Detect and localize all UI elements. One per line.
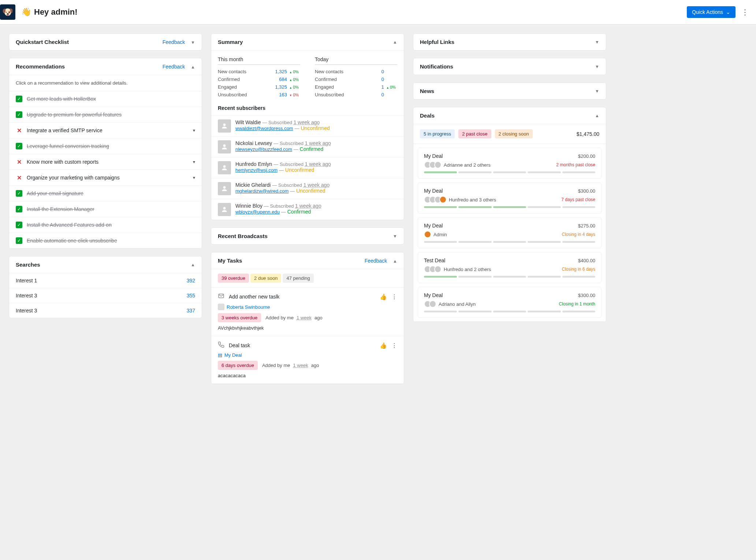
tasks-duesoon-badge[interactable]: 2 due soon bbox=[250, 274, 281, 283]
collapse-icon[interactable]: ▼ bbox=[595, 89, 599, 94]
task-content: acacacacaca bbox=[218, 373, 397, 378]
time-ago: 1 week ago bbox=[303, 182, 330, 188]
check-icon: ✓ bbox=[16, 143, 22, 149]
quick-actions-button[interactable]: Quick Actions ⌄ bbox=[687, 6, 735, 18]
deals-inprogress-badge[interactable]: 5 in progress bbox=[420, 129, 455, 138]
collapse-icon[interactable]: ▲ bbox=[595, 113, 599, 118]
search-count: 337 bbox=[187, 308, 195, 314]
deal-item[interactable]: My Deal$275.00AdminClosing in 4 days bbox=[418, 217, 602, 248]
app-logo[interactable]: 🐶 bbox=[0, 4, 15, 20]
check-icon: ✓ bbox=[16, 111, 22, 118]
task-link[interactable]: Roberta Swinbourne bbox=[227, 304, 270, 310]
recommendation-item[interactable]: ✕Integrate a verified SMTP service▾ bbox=[9, 123, 202, 138]
progress-segment bbox=[424, 206, 457, 208]
recommendation-item[interactable]: ✓Get more leads with HollerBox bbox=[9, 91, 202, 107]
progress-segment bbox=[493, 206, 526, 208]
tasks-overdue-badge[interactable]: 39 overdue bbox=[218, 274, 249, 283]
recommendation-item[interactable]: ✕Know more with custom reports▾ bbox=[9, 154, 202, 170]
recommendations-feedback-link[interactable]: Feedback bbox=[163, 64, 185, 70]
search-count: 355 bbox=[187, 293, 195, 298]
kebab-menu-icon[interactable]: ⋮ bbox=[391, 293, 397, 300]
deal-item[interactable]: Test Deal$400.00Hunfredo and 2 othersClo… bbox=[418, 252, 602, 283]
subscriber-item[interactable]: Hunfredo Emlyn — Subscribed 1 week agohe… bbox=[211, 157, 404, 178]
summary-value: 0 bbox=[371, 69, 384, 74]
added-by: Added by me bbox=[262, 363, 290, 368]
deal-contacts: Hunfredo and 3 others bbox=[449, 197, 496, 203]
deal-contacts: Hunfredo and 2 others bbox=[444, 267, 491, 272]
greeting: 👋 Hey admin! bbox=[21, 7, 78, 17]
thumb-up-icon[interactable]: 👍 bbox=[380, 342, 387, 349]
svg-point-2 bbox=[223, 165, 226, 168]
progress-segment bbox=[493, 311, 526, 312]
deal-item[interactable]: My Deal$300.00Hunfredo and 3 others7 day… bbox=[418, 182, 602, 214]
task-link[interactable]: My Deal bbox=[224, 352, 242, 358]
tasks-feedback-link[interactable]: Feedback bbox=[365, 258, 387, 264]
deal-avatars bbox=[424, 266, 442, 273]
svg-point-4 bbox=[223, 207, 226, 209]
deal-item[interactable]: My Deal$200.00Adrianne and 2 others2 mon… bbox=[418, 148, 602, 179]
recommendation-item[interactable]: ✓Add your email signature bbox=[9, 186, 202, 201]
search-row[interactable]: Interest 3337 bbox=[9, 303, 202, 318]
check-icon: ✓ bbox=[16, 222, 22, 228]
subscriber-name: Hunfredo Emlyn bbox=[235, 161, 272, 167]
deal-contacts: Adriano and Allyn bbox=[439, 301, 476, 307]
recommendation-label: Install the Extension Manager bbox=[27, 206, 94, 212]
recommendation-item[interactable]: ✓Leverage funnel conversion tracking bbox=[9, 138, 202, 154]
search-row[interactable]: Interest 1392 bbox=[9, 273, 202, 288]
progress-segment bbox=[424, 171, 457, 173]
recommendation-item[interactable]: ✓Upgrade to premium for powerful feature… bbox=[9, 107, 202, 123]
task-title[interactable]: Deal task bbox=[229, 342, 375, 348]
collapse-icon[interactable]: ▲ bbox=[393, 259, 397, 264]
recommendation-item[interactable]: ✓Enable automatic one-click unsubscribe bbox=[9, 233, 202, 248]
quickstart-card: Quickstart Checklist Feedback ▼ bbox=[9, 33, 202, 51]
subscriber-email[interactable]: hemlynzv@wsj.com bbox=[235, 167, 278, 173]
collapse-icon[interactable]: ▼ bbox=[595, 64, 599, 69]
kebab-menu-icon[interactable]: ⋮ bbox=[391, 342, 397, 349]
collapse-icon[interactable]: ▼ bbox=[595, 40, 599, 45]
summary-label: Confirmed bbox=[218, 77, 274, 82]
progress-segment bbox=[458, 311, 491, 312]
collapse-icon[interactable]: ▲ bbox=[393, 40, 397, 45]
search-row[interactable]: Interest 3355 bbox=[9, 288, 202, 303]
deal-contacts: Adrianne and 2 others bbox=[444, 162, 491, 168]
avatar bbox=[424, 231, 431, 238]
subscriber-item[interactable]: Mickie Ghelardi — Subscribed 1 week agom… bbox=[211, 178, 404, 199]
deals-pastclose-badge[interactable]: 2 past close bbox=[458, 129, 491, 138]
kebab-menu-icon[interactable]: ⋮ bbox=[741, 8, 749, 16]
searches-title: Searches bbox=[16, 262, 40, 268]
deals-card: Deals ▲ 5 in progress 2 past close 2 clo… bbox=[413, 107, 606, 322]
chevron-down-icon: ⌄ bbox=[726, 9, 730, 15]
helpful-links-title: Helpful Links bbox=[420, 39, 454, 45]
recommendation-label: Add your email signature bbox=[27, 190, 83, 196]
collapse-icon[interactable]: ▼ bbox=[393, 234, 397, 239]
recommendation-item[interactable]: ✓Install the Extension Manager bbox=[9, 201, 202, 217]
collapse-icon[interactable]: ▼ bbox=[191, 40, 195, 45]
x-icon: ✕ bbox=[16, 127, 22, 134]
deals-summary-row: 5 in progress 2 past close 2 closing soo… bbox=[413, 124, 606, 144]
collapse-icon[interactable]: ▲ bbox=[191, 262, 195, 267]
subscriber-email[interactable]: mghelardizw@wired.com bbox=[235, 188, 288, 194]
deals-closingsoon-badge[interactable]: 2 closing soon bbox=[495, 129, 533, 138]
recommendation-item[interactable]: ✕Organize your marketing with campaigns▾ bbox=[9, 170, 202, 186]
tasks-pending-badge[interactable]: 47 pending bbox=[283, 274, 313, 283]
collapse-icon[interactable]: ▲ bbox=[191, 64, 195, 70]
delta: 0% bbox=[289, 93, 300, 97]
subscriber-item[interactable]: Wilt Waldie — Subscribed 1 week agowwald… bbox=[211, 115, 404, 136]
deal-item[interactable]: My Deal$300.00Adriano and AllynClosing i… bbox=[418, 287, 602, 318]
task-title[interactable]: Add another new taslk bbox=[229, 294, 375, 300]
summary-card: Summary ▲ This month New contacts1,3250%… bbox=[211, 33, 404, 220]
summary-row: Engaged10% bbox=[315, 83, 397, 91]
subscriber-email[interactable]: nlewseyzu@buzzfeed.com bbox=[235, 147, 292, 152]
time-ago: 1 week ago bbox=[305, 140, 331, 146]
progress-bar bbox=[424, 276, 595, 278]
thumb-up-icon[interactable]: 👍 bbox=[380, 293, 387, 300]
subscriber-email[interactable]: wwaldiezt@wordpress.com bbox=[235, 126, 293, 131]
quickstart-feedback-link[interactable]: Feedback bbox=[163, 39, 185, 45]
subscriber-item[interactable]: Winnie Bloy — Subscribed 1 week agowbloy… bbox=[211, 199, 404, 220]
task-content: AVchjkbvhjkeabvthjek bbox=[218, 325, 397, 331]
deal-name: My Deal bbox=[424, 223, 443, 229]
recommendation-item[interactable]: ✓Install the Advanced Features add-on bbox=[9, 217, 202, 233]
subscriber-email[interactable]: wbloyzx@upenn.edu bbox=[235, 209, 280, 215]
subscriber-item[interactable]: Nickolai Lewsey — Subscribed 1 week agon… bbox=[211, 136, 404, 157]
time-ago: 1 week ago bbox=[294, 119, 320, 125]
